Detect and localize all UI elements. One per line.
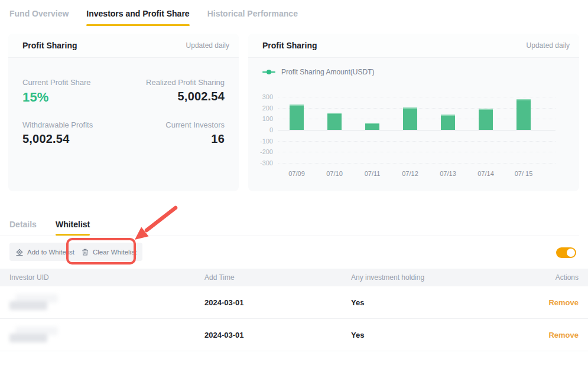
- summary-card-updated-label: Updated daily: [186, 41, 229, 50]
- stat-label: Current Profit Share: [22, 78, 121, 87]
- chart-gridline: [278, 163, 555, 164]
- redacted-investor-uid: [9, 326, 63, 344]
- chart-bar: [441, 115, 455, 130]
- stat-label: Withdrawable Profits: [22, 120, 121, 129]
- chart-ytick-label: -100: [248, 138, 273, 145]
- legend-label: Profit Sharing Amount(USDT): [281, 68, 374, 76]
- chart-bar: [479, 109, 493, 130]
- chart-xtick-label: 07/13: [429, 170, 467, 177]
- remove-link[interactable]: Remove: [548, 331, 579, 339]
- whitelist-table: Investor UID Add Time Any investment hol…: [0, 269, 588, 351]
- whitelist-toggle[interactable]: [556, 247, 576, 258]
- chart-ytick-label: 0: [248, 126, 273, 133]
- sub-tab-bar: Details Whitelist: [9, 220, 90, 236]
- redacted-investor-uid: [9, 293, 63, 311]
- header-actions: Actions: [517, 273, 588, 282]
- stat-label: Current Investors: [126, 120, 225, 129]
- chart-xtick-label: 07/12: [391, 170, 429, 177]
- stat-value: 15%: [22, 90, 121, 105]
- cell-add-time: 2024-03-01: [204, 331, 351, 339]
- legend-line-dot-icon: [262, 71, 275, 73]
- chart-gridline: [278, 141, 555, 142]
- summary-card-title: Profit Sharing: [22, 41, 77, 50]
- chart-card-title: Profit Sharing: [262, 41, 317, 50]
- chart-gridline: [278, 130, 555, 130]
- profit-sharing-summary-card: Profit Sharing Updated daily Current Pro…: [8, 34, 239, 191]
- stat-withdrawable-profits: Withdrawable Profits 5,002.54: [22, 120, 121, 146]
- chart-gridline: [278, 108, 555, 109]
- profit-sharing-chart-card: Profit Sharing Updated daily Profit Shar…: [248, 34, 579, 191]
- add-to-whitelist-label: Add to Whitelist: [27, 249, 74, 256]
- tab-historical-performance[interactable]: Historical Performance: [207, 9, 298, 26]
- add-diamond-icon: [15, 248, 24, 256]
- remove-link[interactable]: Remove: [548, 298, 579, 307]
- annotation-red-arrow: [125, 201, 184, 243]
- sub-tabs-divider: [0, 236, 579, 236]
- chart-bar: [516, 99, 531, 130]
- header-add-time: Add Time: [204, 273, 351, 282]
- table-header-row: Investor UID Add Time Any investment hol…: [0, 269, 588, 286]
- toggle-knob: [567, 249, 575, 257]
- add-to-whitelist-button[interactable]: Add to Whitelist: [9, 243, 80, 261]
- trash-icon: [81, 248, 89, 256]
- summary-card-header: Profit Sharing Updated daily: [8, 34, 239, 58]
- chart-gridline: [278, 152, 555, 152]
- stat-value: 5,002.54: [22, 132, 121, 146]
- clear-whitelist-button[interactable]: Clear Whitelist: [75, 243, 142, 261]
- chart-bar: [365, 123, 379, 130]
- tab-fund-overview[interactable]: Fund Overview: [9, 9, 69, 26]
- chart-xtick-label: 07/14: [467, 170, 505, 177]
- chart-ytick-label: 300: [248, 93, 273, 100]
- stat-value: 16: [126, 132, 225, 146]
- cell-holding: Yes: [351, 298, 517, 307]
- chart-bar: [327, 113, 342, 130]
- stat-current-profit-share: Current Profit Share 15%: [22, 78, 121, 105]
- stat-value: 5,002.54: [126, 90, 225, 103]
- chart-ytick-label: 100: [248, 115, 273, 122]
- chart-ytick-label: -300: [248, 159, 273, 166]
- tab-details[interactable]: Details: [9, 220, 37, 236]
- cell-add-time: 2024-03-01: [204, 298, 351, 307]
- stat-label: Realized Profit Sharing: [126, 78, 225, 87]
- tab-investors-profit-share[interactable]: Investors and Profit Share: [86, 9, 189, 26]
- table-row: 2024-03-01 Yes Remove: [0, 319, 588, 351]
- cell-holding: Yes: [351, 331, 517, 339]
- table-row: 2024-03-01 Yes Remove: [0, 286, 588, 319]
- tab-whitelist[interactable]: Whitelist: [56, 220, 90, 236]
- chart-gridline: [278, 97, 555, 97]
- chart-card-updated-label: Updated daily: [527, 41, 570, 50]
- chart-ytick-label: -200: [248, 148, 273, 155]
- page: Fund Overview Investors and Profit Share…: [0, 0, 588, 369]
- chart-xtick-label: 07/10: [316, 170, 353, 177]
- chart-legend: Profit Sharing Amount(USDT): [262, 68, 374, 76]
- chart-ytick-label: 200: [248, 105, 273, 112]
- top-tab-bar: Fund Overview Investors and Profit Share…: [9, 9, 298, 26]
- summary-stats-grid: Current Profit Share 15% Realized Profit…: [8, 58, 239, 146]
- chart-bar: [290, 105, 304, 130]
- chart-xtick-label: 07/ 15: [505, 170, 542, 177]
- chart-card-header: Profit Sharing Updated daily: [248, 34, 579, 58]
- clear-whitelist-label: Clear Whitelist: [93, 249, 137, 256]
- chart-gridline: [278, 119, 555, 119]
- header-investor-uid: Investor UID: [0, 273, 204, 282]
- stat-current-investors: Current Investors 16: [126, 120, 225, 146]
- chart-bar: [403, 107, 417, 130]
- chart-xtick-label: 07/09: [278, 170, 316, 177]
- chart-xtick-label: 07/11: [353, 170, 391, 177]
- header-any-investment-holding: Any investment holding: [351, 273, 517, 282]
- stat-realized-profit-sharing: Realized Profit Sharing 5,002.54: [126, 78, 225, 105]
